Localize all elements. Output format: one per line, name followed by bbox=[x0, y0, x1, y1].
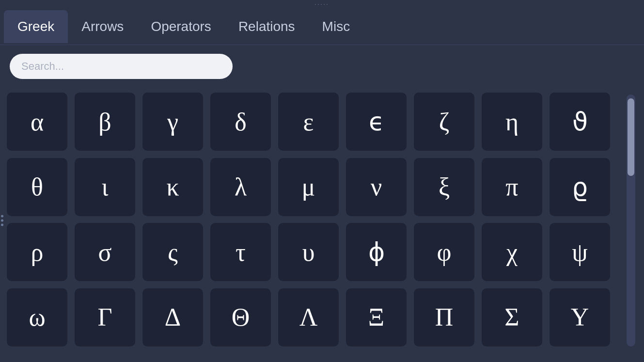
symbol-button[interactable]: Γ bbox=[75, 288, 135, 346]
symbol-button[interactable]: Δ bbox=[142, 288, 203, 346]
edge-dot bbox=[1, 224, 3, 226]
tabs-bar: Greek Arrows Operators Relations Misc bbox=[0, 9, 644, 45]
tab-relations[interactable]: Relations bbox=[225, 10, 309, 43]
edge-dot bbox=[1, 215, 3, 218]
symbol-button[interactable]: ν bbox=[346, 158, 407, 216]
symbol-button[interactable]: ξ bbox=[414, 158, 474, 216]
symbol-button[interactable]: κ bbox=[142, 158, 203, 216]
tab-greek[interactable]: Greek bbox=[4, 10, 68, 43]
tab-arrows[interactable]: Arrows bbox=[68, 10, 137, 43]
symbols-grid: αβγδεϵζηϑθικλμνξπϱρσςτυϕφχψωΓΔΘΛΞΠΣΥ bbox=[7, 93, 622, 348]
symbols-grid-container: αβγδεϵζηϑθικλμνξπϱρσςτυϕφχψωΓΔΘΛΞΠΣΥ bbox=[0, 88, 644, 353]
symbol-button[interactable]: ς bbox=[142, 223, 203, 281]
symbol-button[interactable]: Π bbox=[414, 288, 474, 346]
symbol-button[interactable]: ω bbox=[7, 288, 67, 346]
search-input[interactable] bbox=[10, 54, 233, 79]
symbol-button[interactable]: ψ bbox=[550, 223, 610, 281]
top-drag-bar[interactable]: ····· bbox=[0, 0, 644, 9]
symbol-button[interactable]: ζ bbox=[414, 93, 474, 151]
symbol-button[interactable]: γ bbox=[142, 93, 203, 151]
tab-operators[interactable]: Operators bbox=[137, 10, 225, 43]
scrollbar-thumb[interactable] bbox=[628, 98, 634, 176]
left-edge bbox=[0, 213, 4, 228]
symbol-button[interactable]: Σ bbox=[482, 288, 542, 346]
symbol-button[interactable]: η bbox=[482, 93, 542, 151]
symbol-button[interactable]: λ bbox=[210, 158, 271, 216]
symbol-button[interactable]: ϑ bbox=[550, 93, 610, 151]
symbol-button[interactable]: δ bbox=[210, 93, 271, 151]
symbol-button[interactable]: Θ bbox=[210, 288, 271, 346]
symbol-button[interactable]: Υ bbox=[550, 288, 610, 346]
symbol-button[interactable]: σ bbox=[75, 223, 135, 281]
symbol-button[interactable]: ϱ bbox=[550, 158, 610, 216]
scrollbar-track[interactable] bbox=[627, 94, 635, 346]
symbol-button[interactable]: φ bbox=[414, 223, 474, 281]
drag-indicator: ····· bbox=[315, 1, 330, 8]
symbol-button[interactable]: ι bbox=[75, 158, 135, 216]
symbol-button[interactable]: θ bbox=[7, 158, 67, 216]
symbol-button[interactable]: Λ bbox=[278, 288, 339, 346]
symbol-button[interactable]: τ bbox=[210, 223, 271, 281]
symbol-button[interactable]: β bbox=[75, 93, 135, 151]
symbol-button[interactable]: υ bbox=[278, 223, 339, 281]
symbol-button[interactable]: ε bbox=[278, 93, 339, 151]
symbol-button[interactable]: ϕ bbox=[346, 223, 407, 281]
tab-misc[interactable]: Misc bbox=[309, 10, 364, 43]
symbol-button[interactable]: π bbox=[482, 158, 542, 216]
symbol-button[interactable]: χ bbox=[482, 223, 542, 281]
search-area bbox=[0, 45, 644, 88]
symbol-button[interactable]: α bbox=[7, 93, 67, 151]
symbol-button[interactable]: ϵ bbox=[346, 93, 407, 151]
symbol-button[interactable]: μ bbox=[278, 158, 339, 216]
edge-dot bbox=[1, 220, 3, 222]
symbol-button[interactable]: ρ bbox=[7, 223, 67, 281]
symbol-button[interactable]: Ξ bbox=[346, 288, 407, 346]
